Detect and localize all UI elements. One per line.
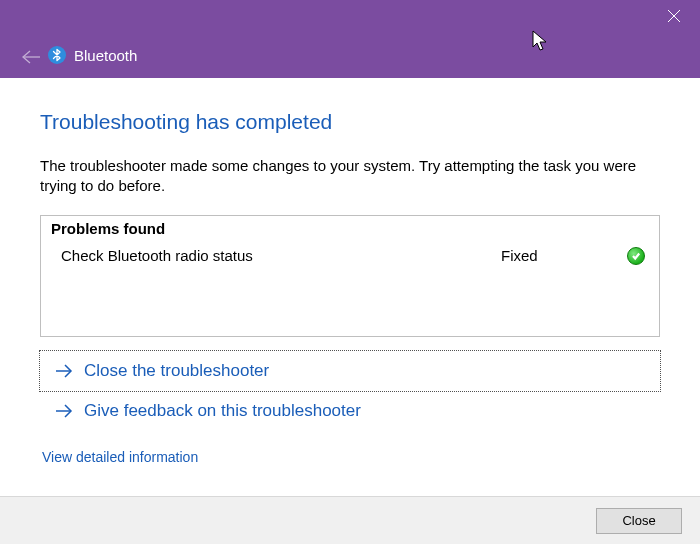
back-button[interactable] bbox=[22, 50, 40, 67]
close-button[interactable]: Close bbox=[596, 508, 682, 534]
view-detailed-info-link[interactable]: View detailed information bbox=[40, 449, 198, 465]
problem-name: Check Bluetooth radio status bbox=[61, 247, 501, 264]
close-troubleshooter-link[interactable]: Close the troubleshooter bbox=[40, 351, 660, 391]
problems-header: Problems found bbox=[41, 216, 659, 241]
window-title: Bluetooth bbox=[74, 47, 137, 64]
cursor-icon bbox=[532, 30, 550, 55]
action-label: Close the troubleshooter bbox=[84, 361, 269, 381]
problem-status-icon bbox=[621, 247, 645, 265]
arrow-right-icon bbox=[54, 401, 74, 421]
page-description: The troubleshooter made some changes to … bbox=[40, 156, 660, 197]
content-area: Troubleshooting has completed The troubl… bbox=[0, 78, 700, 465]
problems-found-box: Problems found Check Bluetooth radio sta… bbox=[40, 215, 660, 337]
check-icon bbox=[627, 247, 645, 265]
footer: Close bbox=[0, 496, 700, 544]
problem-row: Check Bluetooth radio status Fixed bbox=[41, 241, 659, 271]
action-label: Give feedback on this troubleshooter bbox=[84, 401, 361, 421]
window-close-button[interactable] bbox=[664, 6, 684, 26]
give-feedback-link[interactable]: Give feedback on this troubleshooter bbox=[40, 391, 660, 431]
problem-status: Fixed bbox=[501, 247, 621, 264]
arrow-right-icon bbox=[54, 361, 74, 381]
bluetooth-icon bbox=[48, 46, 66, 67]
titlebar: Bluetooth bbox=[0, 0, 700, 78]
page-heading: Troubleshooting has completed bbox=[40, 110, 660, 134]
